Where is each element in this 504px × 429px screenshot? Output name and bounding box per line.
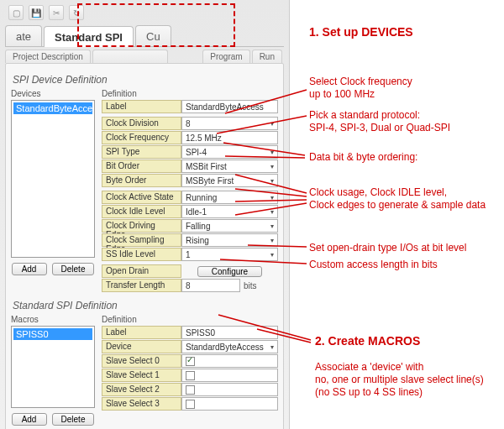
field-label: Bit Order bbox=[102, 160, 181, 173]
chevron-down-icon: ▾ bbox=[270, 194, 274, 201]
annot-heading-1: 1. Set up DEVICES bbox=[309, 25, 413, 40]
annot-access-len: Custom access length in bits bbox=[309, 259, 438, 271]
device-add-button[interactable]: Add bbox=[12, 263, 47, 275]
spi-type-select[interactable]: SPI-4▾ bbox=[181, 145, 278, 159]
subtab-project-description[interactable]: Project Description bbox=[5, 50, 91, 63]
macro-device-select[interactable]: StandardByteAccess▾ bbox=[181, 340, 278, 353]
macro-definition-label: Definition bbox=[102, 315, 278, 324]
field-label: Label bbox=[102, 326, 181, 339]
row-clock-driving-edge: Clock Driving Edge Falling▾ bbox=[102, 219, 278, 233]
annot-clock-usage: Clock usage, Clock IDLE level, Clock edg… bbox=[309, 186, 486, 212]
field-label: Clock Division bbox=[102, 117, 181, 130]
macro-list-item[interactable]: SPISS0 bbox=[13, 328, 92, 340]
transfer-length-input[interactable]: 8 bbox=[181, 279, 240, 292]
field-label: Clock Active State bbox=[102, 191, 181, 204]
row-macro-device: Device StandardByteAccess▾ bbox=[102, 340, 278, 353]
devices-label: Devices bbox=[11, 89, 95, 98]
app-window: ▢ 💾 ✂ ↻ ate Standard SPI Cu Project Desc… bbox=[0, 0, 290, 429]
annot-protocol: Pick a standard protocol: SPI-4, SPI-3, … bbox=[309, 109, 450, 134]
device-list-item[interactable]: StandardByteAccess bbox=[13, 102, 92, 114]
tab-left-partial[interactable]: ate bbox=[5, 25, 42, 46]
chevron-down-icon: ▾ bbox=[270, 208, 274, 216]
row-open-drain: Open Drain Configure bbox=[102, 264, 278, 278]
slave-select-3-checkbox[interactable] bbox=[186, 400, 195, 409]
field-label: SS Idle Level bbox=[102, 248, 181, 261]
row-macro-label: Label SPISS0 bbox=[102, 326, 278, 339]
field-label: Clock Idle Level bbox=[102, 205, 181, 218]
chevron-down-icon: ▾ bbox=[270, 251, 274, 259]
macro-group: Macros SPISS0 Add Delete Definition Labe… bbox=[11, 315, 278, 426]
clock-driving-edge-select[interactable]: Falling▾ bbox=[181, 219, 278, 233]
row-slave-select-3: Slave Select 3 bbox=[102, 397, 278, 411]
open-icon[interactable]: ▢ bbox=[8, 5, 24, 20]
row-transfer-length: Transfer Length 8 bits bbox=[102, 279, 278, 292]
field-label: Label bbox=[102, 100, 181, 113]
macros-label: Macros bbox=[11, 315, 95, 324]
chevron-down-icon: ▾ bbox=[270, 222, 274, 230]
macro-definition-column: Definition Label SPISS0 Device StandardB… bbox=[102, 315, 278, 426]
annot-open-drain: Set open-drain type I/Os at bit level bbox=[309, 242, 466, 254]
subtab-blank[interactable] bbox=[92, 50, 168, 63]
slave-select-0-checkbox[interactable] bbox=[186, 357, 195, 366]
annot-associate: Associate a 'device' with no, one or mul… bbox=[315, 361, 484, 399]
device-group-title: SPI Device Definition bbox=[13, 74, 276, 86]
label-input[interactable]: StandardByteAccess bbox=[181, 100, 278, 113]
chevron-down-icon: ▾ bbox=[270, 177, 274, 185]
bit-order-select[interactable]: MSBit First▾ bbox=[181, 160, 278, 173]
field-label: Slave Select 2 bbox=[102, 383, 181, 396]
chevron-down-icon: ▾ bbox=[270, 237, 274, 244]
devices-listbox[interactable]: StandardByteAccess bbox=[11, 100, 95, 258]
chevron-down-icon: ▾ bbox=[270, 343, 274, 351]
field-label: SPI Type bbox=[102, 145, 181, 159]
row-clock-division: Clock Division 8▾ bbox=[102, 117, 278, 130]
devices-column: Devices StandardByteAccess Add Delete bbox=[11, 89, 95, 293]
field-label: Transfer Length bbox=[102, 279, 181, 292]
field-label: Slave Select 0 bbox=[102, 354, 181, 368]
clock-division-select[interactable]: 8▾ bbox=[181, 117, 278, 130]
row-byte-order: Byte Order MSByte First▾ bbox=[102, 174, 278, 187]
annot-clock-freq: Select Clock frequency up to 100 MHz bbox=[309, 76, 412, 101]
byte-order-select[interactable]: MSByte First▾ bbox=[181, 174, 278, 187]
configure-button[interactable]: Configure bbox=[197, 266, 262, 277]
subtab-program[interactable]: Program bbox=[202, 50, 249, 63]
row-slave-select-1: Slave Select 1 bbox=[102, 369, 278, 382]
macros-listbox[interactable]: SPISS0 bbox=[11, 326, 95, 408]
slave-select-1-checkbox[interactable] bbox=[186, 371, 195, 380]
field-label: Clock Driving Edge bbox=[102, 219, 181, 233]
row-slave-select-2: Slave Select 2 bbox=[102, 383, 278, 396]
device-definition-label: Definition bbox=[102, 89, 278, 98]
row-slave-select-0: Slave Select 0 bbox=[102, 354, 278, 368]
transfer-length-unit: bits bbox=[240, 279, 264, 292]
row-clock-idle-level: Clock Idle Level Idle-1▾ bbox=[102, 205, 278, 218]
macros-column: Macros SPISS0 Add Delete bbox=[11, 315, 95, 426]
row-bit-order: Bit Order MSBit First▾ bbox=[102, 160, 278, 173]
device-group: Devices StandardByteAccess Add Delete De… bbox=[11, 89, 278, 293]
field-label: Slave Select 3 bbox=[102, 397, 181, 411]
device-delete-button[interactable]: Delete bbox=[52, 263, 95, 275]
field-label: Device bbox=[102, 340, 181, 353]
clock-idle-level-select[interactable]: Idle-1▾ bbox=[181, 205, 278, 218]
sub-tabstrip: Project Description Program Run bbox=[5, 50, 284, 63]
field-label: Clock Sampling Edge bbox=[102, 233, 181, 247]
chevron-down-icon: ▾ bbox=[270, 120, 274, 128]
clock-sampling-edge-select[interactable]: Rising▾ bbox=[181, 233, 278, 247]
row-clock-sampling-edge: Clock Sampling Edge Rising▾ bbox=[102, 233, 278, 247]
cut-icon[interactable]: ✂ bbox=[49, 5, 64, 20]
highlight-box bbox=[77, 3, 235, 47]
macro-add-button[interactable]: Add bbox=[12, 413, 47, 426]
clock-active-state-select[interactable]: Running▾ bbox=[181, 191, 278, 204]
content-panel: SPI Device Definition Devices StandardBy… bbox=[5, 63, 284, 429]
field-label: Open Drain bbox=[102, 264, 181, 278]
subtab-run[interactable]: Run bbox=[252, 50, 282, 63]
row-clock-frequency: Clock Frequency 12.5 MHz bbox=[102, 131, 278, 144]
chevron-down-icon: ▾ bbox=[270, 149, 274, 156]
field-label: Slave Select 1 bbox=[102, 369, 181, 382]
macro-label-input[interactable]: SPISS0 bbox=[181, 326, 278, 339]
slave-select-2-checkbox[interactable] bbox=[186, 385, 195, 395]
field-label: Byte Order bbox=[102, 174, 181, 187]
ss-idle-level-select[interactable]: 1▾ bbox=[181, 248, 278, 261]
save-icon[interactable]: 💾 bbox=[29, 5, 44, 20]
macro-delete-button[interactable]: Delete bbox=[52, 413, 95, 426]
row-spi-type: SPI Type SPI-4▾ bbox=[102, 145, 278, 159]
clock-frequency-value: 12.5 MHz bbox=[181, 131, 278, 144]
